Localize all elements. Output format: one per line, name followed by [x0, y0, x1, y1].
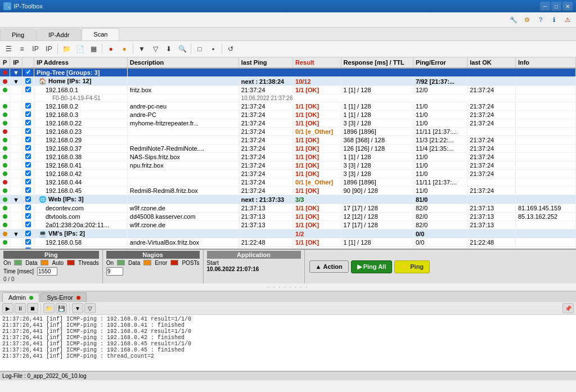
row-checkbox[interactable] [22, 77, 34, 86]
toolbar-box2[interactable]: ▪ [207, 43, 219, 55]
toolbar-down[interactable]: ⬇ [163, 43, 175, 55]
col-header-check [22, 57, 34, 68]
top-icon-bar: 🔧 ⚙ ? ℹ ⚠ [0, 12, 576, 28]
table-row[interactable]: 192.168.0.22 myhome-fritzrepeater.fr... … [0, 119, 576, 128]
icon-toolbar: ☰ ≡ IP IP 📁 📄 ▦ ● ● ▼ ▽ ⬇ 🔍 □ ▪ ↺ [0, 41, 576, 57]
toolbar-search[interactable]: 🔍 [176, 43, 188, 55]
row-expand[interactable]: ▼ [10, 195, 22, 204]
table-row[interactable]: 192.168.0.41 npu.fritz.box 21:37:24 1/1 … [0, 161, 576, 170]
ping-all-button[interactable]: ▶ Ping All [351, 260, 393, 273]
col-header-desc: Description [127, 57, 238, 68]
log-filter2-btn[interactable]: ▽ [84, 303, 96, 313]
ping-data-label: Data [25, 260, 37, 266]
table-row[interactable]: decontev.com w9f.rzone.de 21:37:13 1/1 [… [0, 204, 576, 213]
settings-icon-btn[interactable]: ⚙ [521, 13, 533, 26]
row-expand[interactable]: ▼ [10, 68, 22, 77]
log-play-btn[interactable]: ▶ [2, 303, 14, 313]
log-content[interactable]: 21:37:26,441 [inf] ICMP-ping : 192.168.0… [0, 315, 576, 371]
row-addr: dtvtools.com [34, 213, 127, 221]
tab-ipaddr[interactable]: IP-Addr [37, 29, 81, 40]
app-icon: 🔧 [3, 2, 11, 10]
log-filter-btn[interactable]: ▼ [72, 303, 83, 313]
toolbar-filter[interactable]: ▼ [136, 43, 148, 55]
warning-icon-btn[interactable]: ⚠ [561, 13, 574, 26]
row-lastok: 21:37:13 [467, 204, 516, 213]
table-row[interactable]: 192.168.0.58 andre-VirtualBox.fritz.box … [0, 238, 576, 247]
row-checkbox[interactable] [22, 68, 34, 77]
table-row[interactable]: ▼ 🏠 Home [IPs: 12] next : 21:38:24 10/12… [0, 77, 576, 86]
table-row[interactable]: 192.168.0.37 RedmiNote7-RedmiNote.... 21… [0, 145, 576, 153]
maximize-button[interactable]: □ [551, 2, 561, 11]
table-row[interactable]: dtvtools.com dd45008.kasserver.com 21:37… [0, 213, 576, 221]
table-row[interactable]: 192.168.0.42 21:37:24 1/1 [OK] 3 [3] / 1… [0, 170, 576, 178]
row-ping: 21:37:24 [238, 153, 292, 161]
table-row[interactable]: 192.168.0.38 NAS-Sips.fritz.box 21:37:24… [0, 153, 576, 161]
log-line: 21:37:26,441 [inf] ICMP-ping : 192.168.0… [2, 328, 574, 335]
row-addr: 🏠 Home [IPs: 12] [34, 77, 127, 86]
toolbar-box1[interactable]: □ [194, 43, 206, 55]
toolbar-list1[interactable]: ☰ [2, 43, 15, 55]
row-expand[interactable]: ▼ [10, 77, 22, 86]
row-desc [127, 94, 238, 102]
table-row[interactable]: 192.168.0.1 fritz.box 21:37:24 1/1 [OK] … [0, 86, 576, 94]
row-dot [0, 68, 10, 77]
log-line: 21:37:26,441 [inf] ICMP-ping : thread_co… [2, 353, 574, 359]
log-tab-admin[interactable]: Admin [2, 292, 39, 302]
log-toolbar: ▶ ⏸ ⏹ 📁 💾 ▼ ▽ 📌 [0, 302, 576, 315]
status-logfile: Log-File : 0_app_2022_06_10.log [2, 373, 87, 379]
toolbar-filter2[interactable]: ▽ [149, 43, 161, 55]
ping-panel-title: Ping [3, 251, 99, 259]
table-row[interactable]: 192.168.0.45 Redmi8-Redmi8.fritz.box 21:… [0, 187, 576, 195]
table-row[interactable]: ▼ 💻 VM's [IPs: 2] 1/2 0/0 [0, 229, 576, 238]
table-row[interactable]: ▼ 🌐 Web [IPs: 3] next : 21:37:33 3/3 81/… [0, 195, 576, 204]
toolbar-list2[interactable]: ≡ [16, 43, 28, 55]
row-result: 1/1 [OK] [293, 161, 341, 170]
ping-time-input[interactable] [37, 267, 57, 276]
action-arrow-icon: ▲ [316, 263, 322, 270]
nagios-posts-input[interactable] [106, 267, 123, 276]
toolbar-folder[interactable]: 📁 [60, 43, 73, 55]
info-icon-btn[interactable]: ℹ [548, 13, 560, 26]
log-pause-btn[interactable]: ⏸ [15, 303, 26, 313]
toolbar-ip1[interactable]: IP [29, 43, 42, 55]
row-lastok: 21:37:24 [467, 153, 516, 161]
log-save-btn[interactable]: 💾 [56, 303, 67, 313]
wrench-icon-btn[interactable]: 🔧 [507, 13, 520, 26]
nagios-posts-label: POSTs [182, 260, 199, 266]
table-row[interactable]: 192.168.0.3 andre-PC 21:37:24 1/1 [OK] 1… [0, 111, 576, 119]
row-pingerr: 82/0 [413, 213, 467, 221]
table-row[interactable]: 2a01:238:20a:202:11... w9f.rzone.de 21:3… [0, 221, 576, 229]
tab-scan[interactable]: Scan [82, 28, 119, 40]
log-tab-syserror[interactable]: Sys-Error [40, 292, 87, 302]
row-desc [127, 195, 238, 204]
toolbar-refresh[interactable]: ↺ [224, 43, 237, 55]
row-result: 1/2 [293, 229, 341, 238]
close-button[interactable]: ✕ [562, 2, 573, 11]
table-row[interactable]: 192.168.0.23 21:37:24 0/1 [e_Other] 1896… [0, 128, 576, 136]
toolbar-grid[interactable]: ▦ [87, 43, 100, 55]
table-row[interactable]: 192.168.0.2 andre-pc-neu 21:37:24 1/1 [O… [0, 102, 576, 111]
log-pin-btn[interactable]: 📌 [562, 303, 574, 313]
toolbar-red-dot[interactable]: ● [105, 43, 117, 55]
minimize-button[interactable]: ─ [540, 2, 550, 11]
toolbar-file[interactable]: 📄 [74, 43, 86, 55]
ping-button[interactable]: ⚡ Ping [394, 260, 430, 273]
help-icon-btn[interactable]: ? [534, 13, 547, 26]
tab-ping[interactable]: Ping [0, 29, 36, 40]
toolbar-ip2[interactable]: IP [43, 43, 55, 55]
action-button[interactable]: ▲ Action [309, 260, 349, 273]
table-row[interactable]: 192.168.0.44 21:37:24 0/1 [e_Other] 1896… [0, 178, 576, 187]
row-info [515, 178, 575, 187]
col-header-response: Response [ms] / TTL [341, 57, 413, 68]
row-checkbox[interactable] [22, 86, 34, 94]
log-open-btn[interactable]: 📁 [43, 303, 55, 313]
log-stop-btn[interactable]: ⏹ [27, 303, 38, 313]
row-ping: 21:37:24 [238, 111, 292, 119]
col-header-ip: IP [10, 57, 22, 68]
table-row[interactable]: 192.168.0.29 21:37:24 1/1 [OK] 368 [368]… [0, 136, 576, 145]
row-pingerr: 11/0 [413, 111, 467, 119]
table-row[interactable]: F0-B0-14-19-F4-51 10.06.2022 21:37:26 [0, 94, 576, 102]
table-row[interactable]: ▼ Ping-Tree [Groups: 3] [0, 68, 576, 77]
row-expand[interactable]: ▼ [10, 229, 22, 238]
toolbar-orange-dot[interactable]: ● [118, 43, 130, 55]
